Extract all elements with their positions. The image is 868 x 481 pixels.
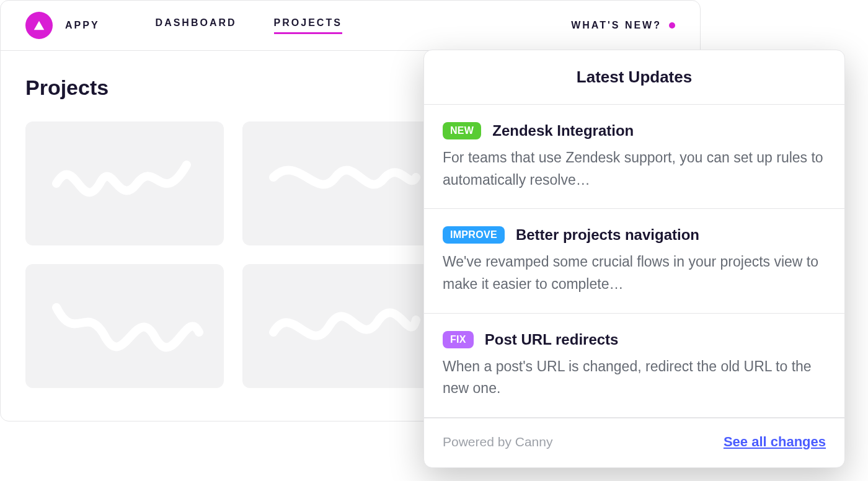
update-description: For teams that use Zendesk support, you … (443, 147, 826, 191)
project-card[interactable] (242, 121, 441, 245)
squiggle-icon (44, 283, 205, 369)
updates-footer: Powered by Canny See all changes (424, 418, 844, 467)
main-nav: DASHBOARD PROJECTS (156, 17, 342, 34)
nav-projects[interactable]: PROJECTS (274, 17, 342, 34)
update-item[interactable]: IMPROVE Better projects navigation We've… (424, 209, 844, 313)
squiggle-icon (261, 283, 422, 369)
see-all-link[interactable]: See all changes (724, 434, 826, 450)
status-badge: FIX (443, 331, 474, 348)
notification-dot-icon (669, 22, 675, 29)
squiggle-icon (44, 140, 205, 227)
update-item[interactable]: NEW Zendesk Integration For teams that u… (424, 105, 844, 209)
update-description: We've revamped some crucial flows in you… (443, 251, 826, 295)
nav-dashboard[interactable]: DASHBOARD (156, 17, 237, 34)
whats-new-label: WHAT'S NEW? (571, 20, 662, 31)
squiggle-icon (261, 140, 422, 227)
app-logo[interactable] (25, 12, 53, 39)
status-badge: IMPROVE (443, 226, 505, 244)
update-head: NEW Zendesk Integration (443, 122, 826, 139)
powered-by-label: Powered by Canny (443, 435, 552, 449)
status-badge: NEW (443, 122, 481, 139)
update-head: IMPROVE Better projects navigation (443, 226, 826, 244)
project-card[interactable] (25, 264, 224, 388)
brand-name: APPY (65, 20, 100, 31)
update-title: Zendesk Integration (492, 122, 634, 139)
update-title: Post URL redirects (485, 331, 619, 348)
updates-panel: Latest Updates NEW Zendesk Integration F… (423, 50, 845, 468)
update-title: Better projects navigation (516, 226, 699, 244)
project-card[interactable] (242, 264, 441, 388)
project-card[interactable] (25, 121, 224, 245)
update-description: When a post's URL is changed, redirect t… (443, 356, 826, 400)
whats-new-button[interactable]: WHAT'S NEW? (571, 20, 675, 31)
app-header: APPY DASHBOARD PROJECTS WHAT'S NEW? (1, 1, 700, 51)
updates-panel-title: Latest Updates (424, 50, 844, 105)
update-item[interactable]: FIX Post URL redirects When a post's URL… (424, 314, 844, 418)
triangle-icon (32, 19, 46, 32)
update-head: FIX Post URL redirects (443, 331, 826, 348)
